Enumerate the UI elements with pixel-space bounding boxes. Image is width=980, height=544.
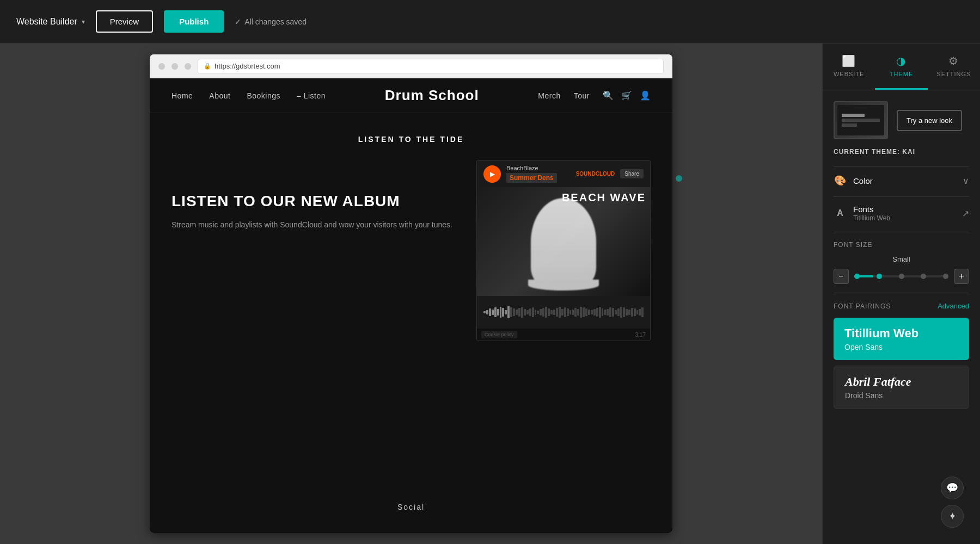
font-size-plus[interactable]: +	[954, 269, 969, 284]
waveform-bar-58	[639, 309, 641, 316]
fonts-section-header[interactable]: A Fonts Titillium Web ↗	[834, 196, 969, 230]
nav-tour[interactable]: Tour	[574, 91, 590, 100]
waveform-bar-6	[500, 307, 502, 318]
thumb-inner	[837, 105, 884, 135]
waveform-bar-56	[634, 308, 636, 316]
top-bar: Website Builder ▾ Preview Publish ✓ All …	[0, 0, 980, 44]
chat-icon-1[interactable]: 💬	[941, 477, 964, 499]
address-bar[interactable]: 🔒 https://gdsbrtest.com	[198, 59, 664, 74]
font-size-label: FONT SIZE	[834, 241, 969, 249]
font-size-minus[interactable]: −	[834, 269, 849, 284]
track-name: BeachBlaze	[506, 165, 571, 171]
share-button[interactable]: Share	[620, 169, 644, 178]
tab-settings[interactable]: ⚙ SETTINGS	[928, 44, 980, 90]
waveform-bar-8	[505, 310, 507, 314]
waveform-bar-9	[507, 306, 510, 318]
waveform-bar-45	[604, 310, 606, 315]
waveform-bar-25	[550, 310, 553, 314]
fonts-label: Fonts	[853, 205, 890, 214]
waveform-bar-41	[593, 309, 596, 316]
content-left: LISTEN TO OUR NEW ALBUM Stream music and…	[171, 160, 455, 231]
theme-tab-icon: ◑	[896, 54, 906, 67]
nav-links-left: Home About Bookings – Listen	[171, 91, 326, 100]
color-section: 🎨 Color ∨	[834, 166, 969, 194]
chat-icon-2[interactable]: ✦	[941, 505, 964, 528]
fonts-section: A Fonts Titillium Web ↗	[834, 196, 969, 230]
publish-button[interactable]: Publish	[164, 10, 224, 33]
user-icon[interactable]: 👤	[640, 90, 651, 101]
slider-row: − +	[834, 269, 969, 284]
browser-dot-yellow	[171, 63, 178, 70]
waveform-bar-0	[483, 311, 486, 313]
waveform-bar-59	[641, 307, 644, 317]
theme-row: Try a new look	[834, 101, 969, 139]
player-footer: Cookie policy 3:17	[477, 329, 650, 341]
slider-dots	[854, 274, 948, 279]
ghost-figure	[531, 198, 596, 285]
color-icon: 🎨	[834, 175, 847, 187]
slider-dot-3[interactable]	[899, 274, 904, 279]
font-pairings-section: FONT PAIRINGS Advanced Titillium Web Ope…	[834, 293, 969, 423]
nav-about[interactable]: About	[209, 91, 230, 100]
waveform-bar-52	[623, 307, 625, 317]
cart-icon[interactable]: 🛒	[621, 90, 632, 101]
social-section: Social	[171, 503, 651, 511]
track-info: BeachBlaze Summer Dens	[506, 165, 571, 183]
website-tab-icon: ⬜	[842, 54, 856, 67]
fonts-label-group: Fonts Titillium Web	[853, 205, 890, 222]
waveform-bar-40	[591, 310, 593, 314]
waveform-bar-14	[521, 307, 523, 318]
fonts-section-left: A Fonts Titillium Web	[834, 205, 890, 222]
waveform-bar-36	[580, 307, 582, 318]
waveform-bar-16	[526, 310, 529, 314]
soundcloud-player: ▶ BeachBlaze Summer Dens SOUNDCLOUD Shar…	[476, 160, 651, 341]
nav-bookings[interactable]: Bookings	[247, 91, 280, 100]
font-size-slider[interactable]	[854, 275, 948, 277]
builder-logo[interactable]: Website Builder ▾	[16, 17, 85, 27]
waveform-bar-17	[529, 308, 531, 316]
play-button[interactable]: ▶	[483, 165, 501, 183]
waveform-bar-34	[574, 308, 577, 317]
slider-dot-4[interactable]	[921, 274, 926, 279]
waveform-bars	[483, 301, 644, 323]
try-new-look-button[interactable]: Try a new look	[897, 110, 962, 131]
slider-dot-5[interactable]	[943, 274, 948, 279]
waveform-bar-50	[617, 308, 620, 316]
waveform-bar-48	[612, 308, 614, 317]
waveform-bar-51	[620, 307, 622, 318]
font-size-section: FONT SIZE Small − +	[834, 232, 969, 293]
waveform-bar-3	[492, 310, 494, 315]
search-icon[interactable]: 🔍	[603, 90, 614, 101]
tab-theme[interactable]: ◑ THEME	[875, 44, 927, 90]
panel-tabs: ⬜ WEBSITE ◑ THEME ⚙ SETTINGS	[823, 44, 980, 90]
nav-home[interactable]: Home	[171, 91, 193, 100]
tab-website[interactable]: ⬜ WEBSITE	[823, 44, 875, 90]
current-theme-label: CURRENT THEME: KAI	[834, 148, 969, 156]
slider-dot-2[interactable]	[877, 274, 882, 279]
color-label: Color	[853, 176, 873, 186]
nav-listen[interactable]: – Listen	[297, 91, 326, 100]
waveform-bar-54	[628, 310, 630, 315]
waveform-bar-42	[596, 308, 598, 317]
website-content: Home About Bookings – Listen Drum School…	[150, 78, 672, 533]
preview-button[interactable]: Preview	[96, 10, 153, 33]
cookie-notice[interactable]: Cookie policy	[481, 331, 517, 338]
album-heading: LISTEN TO OUR NEW ALBUM	[171, 193, 455, 210]
thumb-stripes	[842, 114, 879, 127]
fonts-sublabel: Titillium Web	[853, 214, 890, 222]
color-section-left: 🎨 Color	[834, 175, 873, 187]
waveform-bar-29	[561, 309, 564, 316]
font-card-titillium[interactable]: Titillium Web Open Sans	[834, 318, 969, 360]
slider-dot-1[interactable]	[854, 274, 860, 279]
font-card-abril[interactable]: Abril Fatface Droid Sans	[834, 366, 969, 409]
advanced-link[interactable]: Advanced	[938, 302, 969, 310]
font-pairings-label: FONT PAIRINGS	[834, 302, 891, 310]
soundcloud-logo: SOUNDCLOUD	[576, 171, 615, 177]
chat-icons: 💬 ✦	[941, 477, 964, 528]
waveform-bar-49	[615, 310, 617, 314]
album-title-overlay: BEACH WAVE	[562, 191, 646, 204]
color-section-header[interactable]: 🎨 Color ∨	[834, 166, 969, 194]
waveform-bar-35	[577, 309, 579, 316]
nav-merch[interactable]: Merch	[538, 91, 560, 100]
waveform-bar-22	[542, 308, 544, 317]
